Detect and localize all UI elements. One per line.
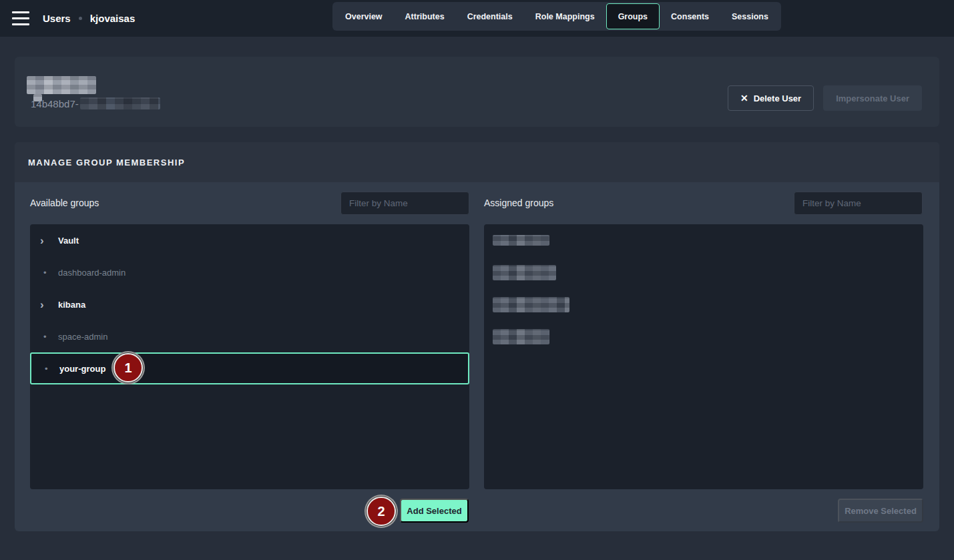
group-item-vault[interactable]: › Vault [30,224,469,256]
redacted-user-id-suffix [80,97,160,109]
group-item-label: kibana [58,300,85,310]
assigned-group-item[interactable] [484,320,923,352]
tab-attributes[interactable]: Attributes [394,3,456,29]
assigned-group-item[interactable] [484,288,923,320]
breadcrumb: Users kjovaisas [43,0,135,37]
group-item-label: your-group [59,364,105,374]
chevron-right-icon[interactable]: › [40,235,58,246]
group-item-label: Vault [58,236,79,246]
group-item-kibana[interactable]: › kibana [30,288,469,320]
group-item-your-group-selected[interactable]: • your-group [30,352,469,384]
delete-user-label: Delete User [754,93,802,103]
assigned-groups-filter-input[interactable] [794,192,923,215]
redacted-group-name [493,235,549,246]
group-item-label: space-admin [58,332,107,342]
delete-user-button[interactable]: ✕ Delete User [728,85,814,111]
assigned-groups-label: Assigned groups [484,192,553,215]
tab-overview[interactable]: Overview [334,3,394,29]
bullet-icon: • [41,364,59,373]
impersonate-user-label: Impersonate User [836,93,909,103]
group-item-dashboard-admin[interactable]: • dashboard-admin [30,256,469,288]
impersonate-user-button[interactable]: Impersonate User [823,85,922,111]
group-item-space-admin[interactable]: • space-admin [30,320,469,352]
redacted-group-name [493,329,549,344]
user-id: 14b48bd7- [31,97,160,110]
redacted-group-name [493,265,556,280]
annotation-number: 1 [124,360,132,376]
user-id-prefix: 14b48bd7- [31,98,79,109]
user-card-actions: ✕ Delete User Impersonate User [728,85,922,111]
annotation-step-1: 1 [113,353,143,382]
breadcrumb-users[interactable]: Users [43,13,71,24]
annotation-step-2: 2 [367,497,396,526]
user-groups-screen: { "topbar": { "breadcrumb": { "section":… [0,0,954,560]
annotation-number: 2 [377,504,385,519]
menu-icon[interactable] [12,11,29,25]
user-tabs: Overview Attributes Credentials Role Map… [332,2,781,31]
assigned-group-item[interactable] [484,256,923,288]
chevron-right-icon[interactable]: › [40,299,58,310]
available-groups-label: Available groups [30,192,99,215]
tab-sessions[interactable]: Sessions [720,3,780,29]
available-groups-list: › Vault • dashboard-admin › kibana • spa… [30,224,469,489]
tab-credentials[interactable]: Credentials [456,3,524,29]
redacted-display-name [27,76,96,94]
user-info-card: 14b48bd7- ✕ Delete User Impersonate User [15,57,939,127]
add-selected-button[interactable]: Add Selected [400,499,469,523]
section-header: MANAGE GROUP MEMBERSHIP [15,142,939,182]
tab-consents[interactable]: Consents [660,3,720,29]
remove-selected-button[interactable]: Remove Selected [838,499,923,523]
breadcrumb-separator-icon [79,17,82,20]
redacted-group-name [493,297,569,312]
bullet-icon: • [40,332,58,341]
tab-groups[interactable]: Groups [606,3,660,29]
assigned-group-item[interactable] [484,224,923,256]
bullet-icon: • [40,268,58,277]
manage-group-membership-section: MANAGE GROUP MEMBERSHIP Available groups… [15,142,939,531]
topbar: Users kjovaisas Overview Attributes Cred… [0,0,954,37]
section-title: MANAGE GROUP MEMBERSHIP [28,158,185,168]
assigned-groups-list [484,224,923,489]
available-groups-filter-input[interactable] [340,192,469,215]
group-item-label: dashboard-admin [58,268,126,278]
breadcrumb-username: kjovaisas [90,13,136,24]
tab-role-mappings[interactable]: Role Mappings [524,3,606,29]
close-icon: ✕ [740,93,748,103]
